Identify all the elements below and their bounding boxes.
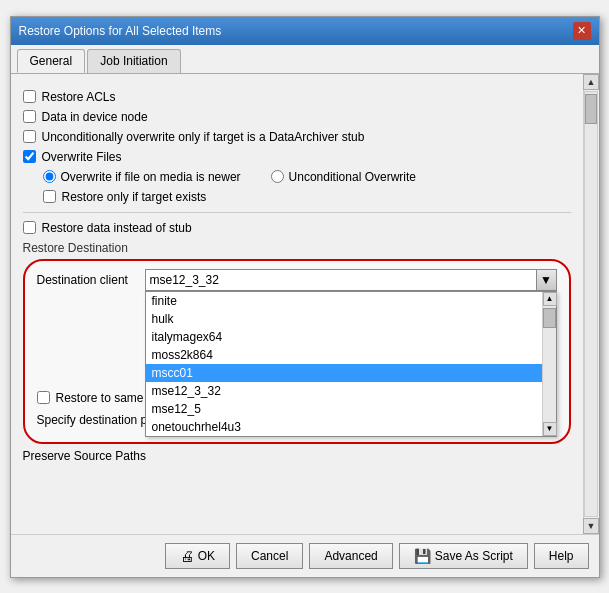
help-button[interactable]: Help (534, 543, 589, 569)
radio-unconditional-input[interactable] (271, 170, 284, 183)
destination-client-dropdown-wrapper: mse12_3_32 ▼ finite hulk italymagex64 mo… (145, 269, 557, 291)
radio-overwrite-newer-label: Overwrite if file on media is newer (61, 170, 241, 184)
restore-acls-label: Restore ACLs (42, 90, 116, 104)
data-device-node-checkbox[interactable] (23, 110, 36, 123)
tab-bar: General Job Initiation (11, 45, 599, 74)
overwrite-radio-group: Overwrite if file on media is newer Unco… (43, 170, 571, 184)
dropdown-item-hulk[interactable]: hulk (146, 310, 542, 328)
restore-to-same-checkbox[interactable] (37, 391, 50, 404)
cancel-button[interactable]: Cancel (236, 543, 303, 569)
restore-if-target-row: Restore only if target exists (43, 190, 571, 204)
restore-if-target-checkbox[interactable] (43, 190, 56, 203)
close-button[interactable]: ✕ (573, 22, 591, 40)
restore-data-stub-checkbox[interactable] (23, 221, 36, 234)
dropdown-scroll-down[interactable]: ▼ (543, 422, 557, 436)
dropdown-item-moss2k864[interactable]: moss2k864 (146, 346, 542, 364)
dropdown-scroll-thumb[interactable] (543, 308, 556, 328)
dropdown-scrollbar: ▲ ▼ (542, 292, 556, 436)
destination-box: Destination client mse12_3_32 ▼ finite h… (23, 259, 571, 444)
overwrite-files-checkbox[interactable] (23, 150, 36, 163)
destination-client-dropdown-arrow[interactable]: ▼ (536, 270, 556, 290)
unconditional-overwrite-checkbox[interactable] (23, 130, 36, 143)
restore-data-stub-row: Restore data instead of stub (23, 221, 571, 235)
radio-overwrite-newer-input[interactable] (43, 170, 56, 183)
scrollbar-down-btn[interactable]: ▼ (583, 518, 599, 534)
save-as-script-button[interactable]: 💾 Save As Script (399, 543, 528, 569)
ok-icon: 🖨 (180, 548, 194, 564)
save-as-script-icon: 💾 (414, 548, 431, 564)
restore-data-stub-label: Restore data instead of stub (42, 221, 192, 235)
help-label: Help (549, 549, 574, 563)
dropdown-item-mscc01[interactable]: mscc01 (146, 364, 542, 382)
radio-unconditional: Unconditional Overwrite (271, 170, 416, 184)
restore-acls-row: Restore ACLs (23, 90, 571, 104)
restore-destination-label: Restore Destination (23, 241, 571, 255)
main-scrollbar: ▲ ▼ (583, 74, 599, 534)
dropdown-item-finite[interactable]: finite (146, 292, 542, 310)
destination-client-value: mse12_3_32 (146, 271, 536, 289)
footer: 🖨 OK Cancel Advanced 💾 Save As Script He… (11, 534, 599, 577)
unconditional-overwrite-label: Unconditionally overwrite only if target… (42, 130, 365, 144)
dialog-title: Restore Options for All Selected Items (19, 24, 222, 38)
data-device-node-label: Data in device node (42, 110, 148, 124)
main-content: Restore ACLs Data in device node Uncondi… (11, 74, 599, 534)
tab-general[interactable]: General (17, 49, 86, 73)
preserve-source-paths-label: Preserve Source Paths (23, 449, 571, 463)
destination-client-row: Destination client mse12_3_32 ▼ finite h… (37, 269, 557, 291)
dropdown-scroll-up[interactable]: ▲ (543, 292, 557, 306)
overwrite-files-label: Overwrite Files (42, 150, 122, 164)
dropdown-item-onetouchrhel4u3[interactable]: onetouchrhel4u3 (146, 418, 542, 436)
options-panel: Restore ACLs Data in device node Uncondi… (11, 74, 583, 534)
ok-label: OK (198, 549, 215, 563)
destination-client-dropdown-list: finite hulk italymagex64 moss2k864 mscc0… (145, 291, 557, 437)
radio-unconditional-label: Unconditional Overwrite (289, 170, 416, 184)
destination-client-label: Destination client (37, 273, 137, 287)
title-bar: Restore Options for All Selected Items ✕ (11, 17, 599, 45)
radio-overwrite-newer: Overwrite if file on media is newer (43, 170, 241, 184)
dropdown-item-mse12-3-32[interactable]: mse12_3_32 (146, 382, 542, 400)
unconditional-overwrite-row: Unconditionally overwrite only if target… (23, 130, 571, 144)
restore-options-dialog: Restore Options for All Selected Items ✕… (10, 16, 600, 578)
scrollbar-up-btn[interactable]: ▲ (583, 74, 599, 90)
advanced-label: Advanced (324, 549, 377, 563)
scrollbar-track (584, 91, 598, 517)
overwrite-files-row: Overwrite Files (23, 150, 571, 164)
tab-job-initiation[interactable]: Job Initiation (87, 49, 180, 73)
ok-button[interactable]: 🖨 OK (165, 543, 230, 569)
restore-acls-checkbox[interactable] (23, 90, 36, 103)
dropdown-item-italymagex64[interactable]: italymagex64 (146, 328, 542, 346)
save-as-script-label: Save As Script (435, 549, 513, 563)
advanced-button[interactable]: Advanced (309, 543, 392, 569)
restore-if-target-label: Restore only if target exists (62, 190, 207, 204)
scrollbar-thumb[interactable] (585, 94, 597, 124)
dropdown-item-mse12-5[interactable]: mse12_5 (146, 400, 542, 418)
data-device-node-row: Data in device node (23, 110, 571, 124)
cancel-label: Cancel (251, 549, 288, 563)
restore-to-same-label: Restore to same (56, 391, 144, 405)
dropdown-scroll-track (543, 306, 556, 422)
specify-destination-label: Specify destination p (37, 413, 148, 427)
